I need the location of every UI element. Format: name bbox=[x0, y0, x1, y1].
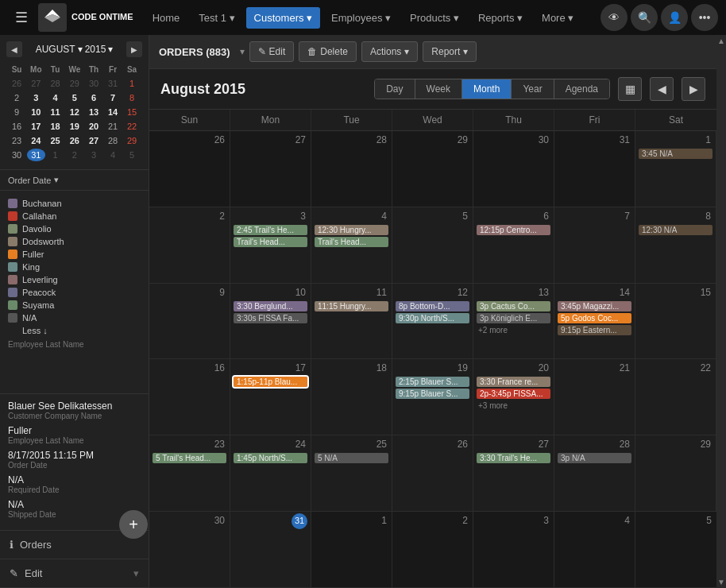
calendar-event[interactable]: 3:30 France re... bbox=[477, 377, 550, 387]
calendar-cell[interactable]: 13:45 N/A bbox=[635, 131, 716, 207]
calendar-event[interactable]: 5p Godos Coc... bbox=[558, 313, 631, 323]
mini-cal-day[interactable]: 8 bbox=[123, 91, 141, 104]
calendar-event[interactable]: 9:15p Blauer S... bbox=[396, 389, 469, 399]
toolbar-dropdown-icon[interactable]: ▾ bbox=[240, 46, 245, 57]
nav-products[interactable]: Products ▾ bbox=[402, 7, 467, 29]
calendar-cell[interactable]: 16 bbox=[149, 359, 230, 435]
mini-cal-day[interactable]: 26 bbox=[8, 77, 25, 90]
calendar-more-link[interactable]: +3 more bbox=[477, 400, 550, 411]
calendar-cell[interactable]: 241:45p North/S... bbox=[230, 435, 311, 512]
order-date-filter[interactable]: Order Date ▾ bbox=[0, 170, 149, 191]
mini-cal-day[interactable]: 11 bbox=[47, 106, 64, 118]
legend-item-less-↓[interactable]: Less ↓ bbox=[8, 324, 141, 337]
calendar-event[interactable]: Trail's Head... bbox=[315, 237, 388, 247]
calendar-cell[interactable]: 31 bbox=[554, 131, 635, 207]
legend-item-n/a[interactable]: N/A bbox=[8, 311, 141, 324]
calendar-cell[interactable]: 30 bbox=[473, 131, 554, 207]
mini-cal-day[interactable]: 19 bbox=[66, 120, 84, 133]
calendar-cell[interactable]: 1111:15 Hungry... bbox=[311, 284, 392, 360]
eye-button[interactable]: 👁 bbox=[600, 4, 628, 31]
calendar-event[interactable]: 3p N/A bbox=[558, 453, 631, 463]
calendar-cell[interactable]: 203:30 France re...2p-3:45p FISSA...+3 m… bbox=[473, 359, 554, 435]
mini-cal-day[interactable]: 12 bbox=[66, 106, 84, 118]
mini-cal-day[interactable]: 30 bbox=[8, 149, 25, 161]
calendar-event[interactable]: 12:30 N/A bbox=[639, 225, 712, 235]
mini-cal-day[interactable]: 26 bbox=[66, 134, 84, 147]
mini-cal-day[interactable]: 29 bbox=[66, 77, 84, 90]
mini-cal-day[interactable]: 17 bbox=[27, 120, 45, 133]
mini-cal-day[interactable]: 2 bbox=[66, 149, 84, 161]
calendar-cell[interactable]: 612:15p Centro... bbox=[473, 207, 554, 284]
mini-cal-day[interactable]: 29 bbox=[123, 134, 141, 147]
mini-cal-day[interactable]: 4 bbox=[104, 149, 122, 161]
calendar-cell[interactable]: 255 N/A bbox=[311, 435, 392, 512]
mini-cal-day[interactable]: 1 bbox=[47, 149, 64, 161]
tab-month[interactable]: Month bbox=[462, 79, 512, 99]
mini-cal-day[interactable]: 24 bbox=[27, 134, 45, 147]
calendar-cell[interactable]: 27 bbox=[230, 131, 311, 207]
calendar-cell[interactable]: 5 bbox=[392, 207, 473, 284]
scroll-up-indicator[interactable]: ▲ bbox=[717, 37, 725, 45]
mini-cal-day[interactable]: 15 bbox=[123, 106, 141, 118]
add-fab-button[interactable]: + bbox=[119, 510, 148, 539]
calendar-cell[interactable]: 18 bbox=[311, 359, 392, 435]
calendar-cell[interactable]: 21 bbox=[554, 359, 635, 435]
calendar-event[interactable]: 12:30 Hungry... bbox=[315, 225, 388, 235]
calendar-cell[interactable]: 2 bbox=[392, 512, 473, 588]
calendar-cell[interactable]: 29 bbox=[635, 435, 716, 512]
mini-cal-day[interactable]: 30 bbox=[85, 77, 102, 90]
calendar-event[interactable]: 3p Königlich E... bbox=[477, 313, 550, 323]
calendar-cell[interactable]: 273:30 Trail's He... bbox=[473, 435, 554, 512]
mini-cal-prev-button[interactable]: ◀ bbox=[6, 41, 22, 57]
calendar-cell[interactable]: 143:45p Magazzi...5p Godos Coc...9:15p E… bbox=[554, 284, 635, 360]
mini-cal-day[interactable]: 2 bbox=[8, 91, 25, 104]
calendar-event[interactable]: 5 N/A bbox=[315, 453, 388, 463]
mini-cal-day[interactable]: 3 bbox=[27, 91, 45, 104]
mini-cal-day[interactable]: 4 bbox=[47, 91, 64, 104]
mini-cal-day[interactable]: 5 bbox=[123, 149, 141, 161]
calendar-cell[interactable]: 235 Trail's Head... bbox=[149, 435, 230, 512]
calendar-cell[interactable]: 2 bbox=[149, 207, 230, 284]
legend-item-fuller[interactable]: Fuller bbox=[8, 248, 141, 261]
mini-cal-day[interactable]: 28 bbox=[104, 134, 122, 147]
calendar-grid-view-button[interactable]: ▦ bbox=[618, 77, 642, 101]
user-button[interactable]: 👤 bbox=[661, 4, 688, 31]
mini-cal-day[interactable]: 25 bbox=[47, 134, 64, 147]
nav-home[interactable]: Home bbox=[145, 7, 188, 29]
tab-year[interactable]: Year bbox=[512, 79, 554, 99]
calendar-event[interactable]: 1:45p North/S... bbox=[234, 453, 307, 463]
hamburger-menu-button[interactable]: ☰ bbox=[8, 4, 35, 31]
legend-item-dodsworth[interactable]: Dodsworth bbox=[8, 235, 141, 248]
calendar-cell[interactable]: 5 bbox=[635, 512, 716, 588]
calendar-event[interactable]: 9:15p Eastern... bbox=[558, 325, 631, 335]
calendar-cell[interactable]: 412:30 Hungry...Trail's Head... bbox=[311, 207, 392, 284]
calendar-cell[interactable]: 3 bbox=[473, 512, 554, 588]
calendar-event[interactable]: 3p Cactus Co... bbox=[477, 301, 550, 311]
legend-item-davolio[interactable]: Davolio bbox=[8, 222, 141, 235]
calendar-event[interactable]: 3:45p Magazzi... bbox=[558, 301, 631, 311]
calendar-event[interactable]: 2:15p Blauer S... bbox=[396, 377, 469, 387]
nav-reports[interactable]: Reports ▾ bbox=[470, 7, 531, 29]
tab-agenda[interactable]: Agenda bbox=[554, 79, 609, 99]
calendar-cell[interactable]: 103:30 Berglund...3:30s FISSA Fa... bbox=[230, 284, 311, 360]
calendar-event[interactable]: 9:30p North/S... bbox=[396, 313, 469, 323]
mini-cal-day[interactable]: 21 bbox=[104, 120, 122, 133]
calendar-event[interactable]: 3:30 Trail's He... bbox=[477, 453, 550, 463]
search-button[interactable]: 🔍 bbox=[631, 4, 658, 31]
mini-cal-day[interactable]: 10 bbox=[27, 106, 45, 118]
legend-item-buchanan[interactable]: Buchanan bbox=[8, 197, 141, 210]
mini-cal-day[interactable]: 5 bbox=[66, 91, 84, 104]
mini-cal-day[interactable]: 9 bbox=[8, 106, 25, 118]
calendar-cell[interactable]: 7 bbox=[554, 207, 635, 284]
calendar-event[interactable]: 2p-3:45p FISSA... bbox=[477, 389, 550, 399]
mini-cal-day[interactable]: 20 bbox=[85, 120, 102, 133]
actions-button[interactable]: Actions ▾ bbox=[361, 41, 418, 62]
mini-cal-day[interactable]: 14 bbox=[104, 106, 122, 118]
calendar-event[interactable]: 3:45 N/A bbox=[639, 149, 712, 159]
calendar-cell[interactable]: 1 bbox=[311, 512, 392, 588]
calendar-event[interactable]: 3:30s FISSA Fa... bbox=[234, 313, 307, 323]
calendar-cell[interactable]: 29 bbox=[392, 131, 473, 207]
mini-cal-day[interactable]: 6 bbox=[85, 91, 102, 104]
mini-cal-day[interactable]: 27 bbox=[85, 134, 102, 147]
nav-more[interactable]: More ▾ bbox=[534, 7, 581, 29]
